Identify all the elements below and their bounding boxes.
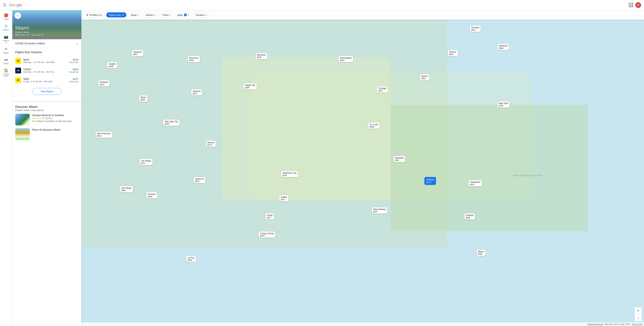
filter-bar: ⚙ All filters (1) Flights only ✕ Stops ▾…: [81, 10, 322, 20]
airline-logo-spirit-2: SP: [15, 77, 21, 83]
panel-hero: ← Miami United States Wed, Nov 24 – Sat,…: [12, 10, 81, 39]
price-label-boise[interactable]: Boise$563: [139, 95, 148, 102]
map-area: ⚙ All filters (1) Flights only ✕ Stops ▾…: [81, 10, 322, 163]
flight-airline-2: Spirit: [23, 77, 69, 80]
flight-price-amount-2: $207: [69, 78, 78, 81]
close-icon[interactable]: ✕: [122, 14, 124, 16]
duration-label: Duration: [196, 14, 205, 16]
price-label-jackson[interactable]: Jackson$441: [191, 89, 202, 95]
poi-info-0: Vizcaya Museum & Gardens ★★★★★ 4.7 (9,13…: [32, 114, 78, 123]
sidebar-item-travel[interactable]: 🎒 Travel: [1, 12, 11, 22]
destination-dates: Wed, Nov 24 – Sat, Nov 27: [15, 34, 44, 36]
sidebar-item-things-to-do[interactable]: 📷 Things to do: [1, 33, 11, 45]
flight-trip-type-2: Round trip: [69, 81, 78, 83]
price-label-san-francisco[interactable]: San Francisco$434: [96, 132, 112, 138]
sidebar-item-label: Vacation rentals: [2, 73, 10, 77]
all-filters-label: All filters (1): [90, 14, 102, 16]
price-label-salt-lake-city[interactable]: Salt Lake City$449: [163, 120, 180, 126]
top-bar: ☰ Google M: [0, 0, 322, 10]
flight-airline-1: United: [23, 68, 69, 71]
duration-chip[interactable]: Duration ▾: [193, 12, 210, 18]
price-label-rapid-city[interactable]: Rapid City$384: [244, 83, 256, 89]
flights-only-label: Flights only: [109, 14, 121, 16]
price-label-las-vegas[interactable]: Las Vegas$271: [140, 159, 152, 163]
poi-image-0: [15, 114, 30, 125]
flight-details-0: Nonstop · 2 hr 35 min · IAH–MIA: [23, 61, 69, 64]
poi-image-1: [15, 128, 30, 140]
airlines-label: Airlines: [146, 14, 154, 16]
flight-info-1: United Nonstop · 2 hr 29 min · IAH–FLL: [23, 68, 69, 73]
sidebar-item-vacation-rentals[interactable]: 🏠 Vacation rentals: [1, 67, 11, 78]
flight-price-amount-0: $185: [69, 58, 78, 61]
sidebar-item-hotels[interactable]: 🛏 Hotels: [1, 56, 11, 66]
flight-info-0: Spirit Nonstop · 2 hr 35 min · IAH–MIA: [23, 58, 69, 64]
flights-only-chip[interactable]: Flights only ✕: [106, 12, 126, 18]
logo-g: G: [9, 3, 12, 8]
chevron-down-icon: ▾: [138, 14, 139, 16]
flight-details-1: Nonstop · 2 hr 29 min · IAH–FLL: [23, 71, 69, 73]
price-label-seattle[interactable]: Seattle$438: [108, 62, 117, 68]
price-labels-container: Seattle$438Spokane$527Portland$533Boise$…: [81, 20, 322, 163]
times-chip[interactable]: Times ▾: [160, 12, 173, 18]
back-button[interactable]: ←: [14, 12, 21, 19]
google-logo: Google: [9, 3, 22, 8]
price-label-spokane[interactable]: Spokane$527: [132, 50, 143, 56]
bags-chip[interactable]: Bags 1 ▾: [175, 12, 192, 18]
flight-trip-type-0: Round trip: [69, 61, 78, 63]
price-label-portland[interactable]: Portland$533: [98, 80, 110, 86]
travel-icon: 🎒: [4, 13, 8, 18]
flight-price-2: $207 Round trip: [69, 78, 78, 83]
filter-icon: ⚙: [86, 14, 88, 16]
chevron-down-icon: ⌄: [76, 42, 78, 46]
sidebar-item-explore[interactable]: ⊙ Explore: [1, 22, 11, 32]
flight-price-1: $362 Round trip: [69, 68, 78, 73]
poi-item-1[interactable]: Pérez Art Museum Miami: [15, 128, 78, 140]
flight-item-0[interactable]: SP Spirit Nonstop · 2 hr 35 min · IAH–MI…: [15, 56, 78, 66]
flight-trip-type-1: Round trip: [69, 71, 78, 73]
panel-hero-text: Miami United States Wed, Nov 24 – Sat, N…: [15, 25, 44, 36]
chevron-down-icon: ▾: [170, 14, 170, 16]
flights-section-title: Flights from Houston: [15, 51, 78, 54]
destination-country: United States: [15, 31, 44, 34]
destination-title: Miami: [15, 25, 44, 31]
chevron-down-icon: ▾: [154, 14, 155, 16]
airlines-chip[interactable]: Airlines ▾: [143, 12, 158, 18]
poi-rating-0: ★★★★★ 4.7 (9,131): [32, 117, 78, 120]
covid-title: COVID-19 trends in Miami: [15, 42, 45, 45]
stops-chip[interactable]: Stops ▾: [128, 12, 141, 18]
all-filters-chip[interactable]: ⚙ All filters (1): [84, 12, 105, 18]
sidebar-item-label: Hotels: [4, 63, 8, 65]
poi-name-0: Vizcaya Museum & Gardens: [32, 114, 78, 117]
poi-info-1: Pérez Art Museum Miami: [32, 128, 78, 131]
flight-item-1[interactable]: UA United Nonstop · 2 hr 29 min · IAH–FL…: [15, 66, 78, 75]
chevron-down-icon: ▾: [206, 14, 207, 16]
things-icon: 📷: [4, 35, 8, 39]
destination-panel: ← Miami United States Wed, Nov 24 – Sat,…: [12, 10, 81, 163]
stops-label: Stops: [130, 14, 136, 16]
discover-section: Discover Miami Explore what to see and d…: [12, 101, 81, 146]
poi-desc-0: Art, antiques & gardens on Biscayne Bay: [32, 120, 78, 123]
flight-price-amount-1: $362: [69, 68, 78, 71]
sidebar: 🎒 Travel ⊙ Explore 📷 Things to do ✈ Flig…: [0, 10, 12, 163]
price-label-bismarck[interactable]: Bismarck$339: [256, 53, 267, 59]
discover-subtitle: Explore what to see and do: [15, 109, 78, 112]
menu-icon[interactable]: ☰: [3, 3, 6, 7]
sidebar-item-flights[interactable]: ✈ Flights: [1, 46, 11, 56]
view-flights-button[interactable]: View flights: [32, 88, 62, 95]
poi-name-1: Pérez Art Museum Miami: [32, 128, 78, 131]
flight-item-2[interactable]: SP Spirit 1 stop · 4 hr 38 min · IAH–MIA…: [15, 75, 78, 85]
sidebar-item-label: Travel: [4, 18, 8, 20]
sidebar-item-label: Things to do: [2, 40, 10, 43]
price-label-bozeman[interactable]: Bozeman$666: [188, 56, 200, 62]
sidebar-item-label: Flights: [4, 52, 9, 54]
covid-section[interactable]: COVID-19 trends in Miami ⌄: [12, 39, 81, 48]
flight-info-2: Spirit 1 stop · 4 hr 38 min · IAH–MIA: [23, 77, 69, 83]
price-label-denver[interactable]: Denver$279: [206, 141, 216, 147]
flights-section: Flights from Houston SP Spirit Nonstop ·…: [12, 48, 81, 101]
vacation-icon: 🏠: [4, 68, 8, 73]
flight-details-2: 1 stop · 4 hr 38 min · IAH–MIA: [23, 80, 69, 83]
times-label: Times: [162, 14, 168, 16]
airline-logo-united-1: UA: [15, 68, 21, 73]
discover-title: Discover Miami: [15, 105, 78, 109]
poi-item-0[interactable]: Vizcaya Museum & Gardens ★★★★★ 4.7 (9,13…: [15, 114, 78, 125]
